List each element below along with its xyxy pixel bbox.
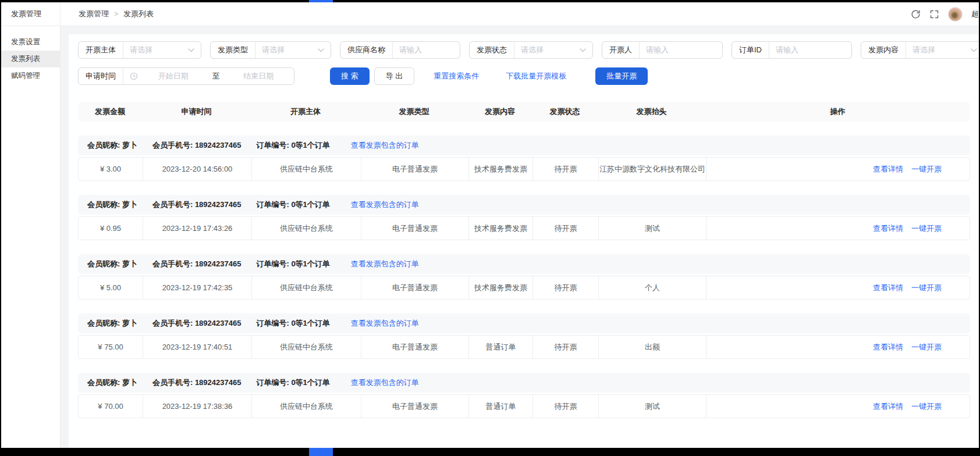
reset-search-link[interactable]: 重置搜索条件	[434, 71, 479, 81]
one-click-invoice-link[interactable]: 一键开票	[911, 342, 942, 352]
chevron-down-icon	[971, 48, 977, 52]
cell-amount: ¥ 70.00	[79, 395, 143, 418]
start-date-input[interactable]: 开始日期	[138, 71, 209, 81]
one-click-invoice-link[interactable]: 一键开票	[911, 164, 942, 174]
member-nickname: 会员昵称: 萝卜	[87, 140, 137, 151]
filter-label: 供应商名称	[340, 45, 392, 55]
cell-content: 技术服务费发票	[468, 158, 532, 180]
avatar[interactable]	[948, 7, 963, 22]
group-header: 会员昵称: 萝卜 会员手机号: 18924237465 订单编号: 0等1个订单…	[78, 195, 970, 215]
batch-invoice-button[interactable]: 批量开票	[595, 67, 648, 85]
one-click-invoice-link[interactable]: 一键开票	[911, 223, 942, 234]
group-header: 会员昵称: 萝卜 会员手机号: 18924237465 订单编号: 0等1个订单…	[78, 314, 970, 333]
filter-label: 发票内容	[861, 45, 906, 55]
invoice-row: ¥ 75.00 2023-12-19 17:40:51 供应链中台系统 电子普通…	[78, 335, 970, 359]
col-header-title: 发票抬头	[598, 106, 705, 117]
sidebar-item-invoice-settings[interactable]: 发票设置	[1, 34, 60, 51]
main-area: 发票管理 > 发票列表 超级管理员	[61, 2, 979, 448]
cell-actions: 查看详情 一键开票	[706, 276, 970, 299]
cell-invoice-type: 电子普通发票	[361, 276, 468, 299]
order-number: 订单编号: 0等1个订单	[256, 377, 329, 388]
filter-field[interactable]: 供应商名称 请输入	[340, 41, 460, 59]
sidebar-item-code-management[interactable]: 赋码管理	[1, 67, 60, 84]
download-batch-template-link[interactable]: 下载批量开票模板	[506, 71, 566, 81]
filter-field[interactable]: 发票内容 请选择	[861, 41, 979, 59]
cell-title: 个人	[598, 276, 706, 299]
col-header-subject: 开票主体	[251, 106, 360, 117]
col-header-invoice-type: 发票类型	[360, 106, 468, 117]
invoice-row: ¥ 5.00 2023-12-19 17:42:35 供应链中台系统 电子普通发…	[78, 276, 970, 300]
cell-amount: ¥ 3.00	[79, 158, 143, 180]
filter-field[interactable]: 开票人 请输入	[602, 41, 723, 59]
cell-amount: ¥ 75.00	[79, 336, 143, 358]
cell-invoice-type: 电子普通发票	[361, 395, 468, 418]
breadcrumb-item-invoice-management[interactable]: 发票管理	[79, 9, 109, 19]
cell-amount: ¥ 5.00	[79, 276, 143, 299]
breadcrumb-separator: >	[114, 10, 118, 18]
cell-title: 出额	[598, 336, 706, 358]
user-name[interactable]: 超级管理员	[971, 9, 979, 19]
export-button[interactable]: 导 出	[374, 67, 415, 85]
filter-placeholder: 请选择	[521, 45, 544, 55]
cell-apply-time: 2023-12-19 17:42:35	[143, 276, 251, 299]
filter-field[interactable]: 发票类型 请选择	[210, 41, 331, 59]
filter-divider	[123, 68, 123, 84]
refresh-icon[interactable]	[911, 9, 921, 19]
invoice-row: ¥ 3.00 2023-12-20 14:56:00 供应链中台系统 电子普通发…	[78, 157, 970, 181]
order-number: 订单编号: 0等1个订单	[256, 140, 329, 151]
app-window: 发票管理 发票设置 发票列表 赋码管理 发票管理 > 发票列表	[1, 2, 979, 448]
order-number: 订单编号: 0等1个订单	[256, 200, 329, 210]
one-click-invoice-link[interactable]: 一键开票	[911, 401, 942, 412]
view-included-orders-link[interactable]: 查看发票包含的订单	[351, 377, 419, 388]
group-header: 会员昵称: 萝卜 会员手机号: 18924237465 订单编号: 0等1个订单…	[78, 136, 970, 155]
cell-invoice-type: 电子普通发票	[361, 336, 468, 358]
filter-label: 订单ID	[732, 45, 769, 55]
cell-amount: ¥ 0.95	[79, 217, 143, 240]
view-included-orders-link[interactable]: 查看发票包含的订单	[351, 140, 419, 151]
view-detail-link[interactable]: 查看详情	[873, 342, 903, 352]
cell-actions: 查看详情 一键开票	[706, 158, 970, 180]
invoice-group: 会员昵称: 萝卜 会员手机号: 18924237465 订单编号: 0等1个订单…	[78, 254, 970, 300]
cell-status: 待开票	[532, 217, 598, 240]
filter-placeholder: 请选择	[130, 45, 152, 55]
view-detail-link[interactable]: 查看详情	[873, 283, 903, 293]
cell-actions: 查看详情 一键开票	[706, 217, 970, 240]
apply-time-range-filter[interactable]: 申请时间 开始日期 至 结束日期	[78, 67, 294, 85]
filter-placeholder: 请选择	[262, 45, 285, 55]
sidebar-item-invoice-list[interactable]: 发票列表	[1, 51, 60, 67]
order-number: 订单编号: 0等1个订单	[256, 318, 329, 329]
end-date-input[interactable]: 结束日期	[223, 71, 294, 81]
chevron-down-icon	[188, 48, 194, 52]
topbar-right: 超级管理员	[911, 7, 979, 22]
invoice-row: ¥ 70.00 2023-12-19 17:38:36 供应链中台系统 电子普通…	[78, 394, 970, 418]
cell-subject: 供应链中台系统	[251, 276, 361, 299]
filter-placeholder: 请输入	[399, 45, 422, 55]
cell-content: 普通订单	[468, 395, 532, 418]
filter-label: 发票状态	[470, 45, 514, 55]
filter-field[interactable]: 开票主体 请选择	[78, 41, 201, 59]
view-included-orders-link[interactable]: 查看发票包含的订单	[351, 200, 419, 210]
filter-label: 发票类型	[211, 45, 255, 55]
member-nickname: 会员昵称: 萝卜	[87, 259, 137, 269]
fullscreen-icon[interactable]	[929, 9, 939, 19]
search-button[interactable]: 搜 索	[330, 67, 370, 85]
filter-label: 开票人	[602, 45, 639, 55]
invoice-group: 会员昵称: 萝卜 会员手机号: 18924237465 订单编号: 0等1个订单…	[78, 195, 970, 240]
filters-row-2: 申请时间 开始日期 至 结束日期 搜 索 导 出 重置搜索条件	[78, 67, 979, 85]
cell-subject: 供应链中台系统	[251, 158, 361, 180]
filter-field[interactable]: 发票状态 请选择	[469, 41, 593, 59]
cell-content: 技术服务费发票	[468, 217, 532, 240]
member-phone: 会员手机号: 18924237465	[152, 200, 241, 210]
view-included-orders-link[interactable]: 查看发票包含的订单	[351, 259, 419, 269]
col-header-content: 发票内容	[468, 106, 532, 117]
view-detail-link[interactable]: 查看详情	[873, 164, 903, 174]
cell-status: 待开票	[532, 158, 598, 180]
filter-placeholder: 请输入	[646, 45, 669, 55]
view-detail-link[interactable]: 查看详情	[873, 223, 903, 234]
filter-field[interactable]: 订单ID 请输入	[732, 41, 852, 59]
view-detail-link[interactable]: 查看详情	[873, 401, 903, 412]
one-click-invoice-link[interactable]: 一键开票	[911, 283, 942, 293]
invoice-list-card: 开票主体 请选择 发票类型 请选择 供应商名称 请输入	[69, 34, 979, 448]
cell-apply-time: 2023-12-20 14:56:00	[143, 158, 251, 180]
view-included-orders-link[interactable]: 查看发票包含的订单	[351, 318, 419, 329]
